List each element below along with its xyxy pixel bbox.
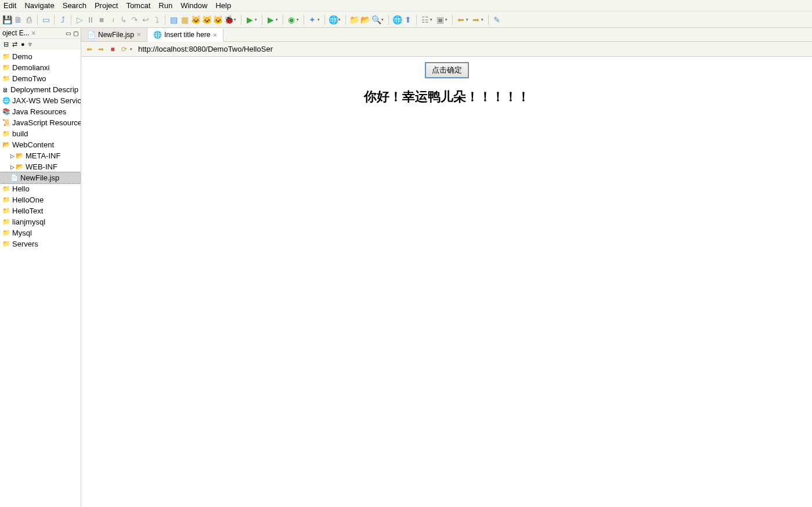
fwd-icon[interactable]: ➡ [471,15,481,24]
tree-item-demo[interactable]: 📁Demo [0,51,81,62]
search-icon[interactable]: 🔍 [371,15,381,24]
tree-item-helloone[interactable]: 📁HelloOne [0,194,81,205]
tree-item-build[interactable]: 📁build [0,128,81,139]
link-icon[interactable]: ⇄ [12,41,17,48]
menu-navigate[interactable]: Navigate [24,1,54,10]
collapse-all-icon[interactable]: ⊟ [3,41,9,48]
back-icon[interactable]: ⬅ [456,15,465,24]
run-icon[interactable]: ▶ [245,15,254,24]
deploy-icon[interactable]: ⬆ [403,15,413,24]
server-icon[interactable]: ◉ [287,15,296,24]
tree-item-hellotext[interactable]: 📁HelloText [0,205,81,216]
proj-icon: 📁 [2,53,10,61]
cat3-icon[interactable]: 🐱 [213,15,222,24]
browser-refresh-icon[interactable]: ⟳ [120,45,129,54]
tree-item-mysql[interactable]: 📁Mysql [0,227,81,238]
tree-item-javascript-resource[interactable]: 📜JavaScript Resource [0,117,81,128]
tree-item-webcontent[interactable]: 📂WebContent [0,139,81,150]
tree-item-label: lianjmysql [12,218,45,226]
tree-item-java-resources[interactable]: 📚Java Resources [0,106,81,117]
folder-open-icon: 📂 [2,141,10,149]
tree-item-label: Demo [12,52,33,61]
close-tab-icon[interactable]: ✕ [212,32,217,38]
browser-stop-icon[interactable]: ■ [108,45,117,54]
task-icon[interactable]: ☷ [420,15,430,24]
menu-edit[interactable]: Edit [3,1,16,10]
save-all-icon[interactable]: 🗎 [13,15,23,24]
file-icon: 📄 [10,174,19,182]
proj-icon: 📁 [2,240,10,248]
expand-icon[interactable]: ▷ [10,164,15,170]
cat2-icon[interactable]: 🐱 [202,15,211,24]
url-input[interactable] [136,44,809,55]
print-icon[interactable]: ⎙ [24,15,34,24]
menu-window[interactable]: Window [181,1,207,10]
terminal-icon[interactable]: ▤ [169,15,178,24]
proj-icon: 📁 [2,75,10,83]
folder2-icon[interactable]: 📂 [360,15,370,24]
menu-caret-icon[interactable]: ▿ [28,41,32,48]
close-tab-icon[interactable]: ✕ [136,31,141,38]
resume-icon[interactable]: ▷ [75,15,84,24]
stepover-icon[interactable]: ↷ [130,15,139,24]
confirm-button[interactable]: 点击确定 [425,63,468,78]
new-icon[interactable]: ✦ [308,15,317,24]
folder1-icon[interactable]: 📁 [349,15,359,24]
disconnect-icon[interactable]: ⫞ [108,15,117,24]
globe2-icon[interactable]: 🌐 [329,15,338,24]
cat1-icon[interactable]: 🐱 [191,15,200,24]
tree-item-label: HelloText [12,207,43,215]
tree-item-deployment-descrip[interactable]: 🗎Deployment Descrip [0,84,81,95]
run-ext-icon[interactable]: ▶ [266,15,275,24]
tree-item-demolianxi[interactable]: 📁Demolianxi [0,62,81,73]
stepreturn-icon[interactable]: ↩ [141,15,150,24]
minimize-icon[interactable]: ▭ [66,30,71,37]
close-view-icon[interactable]: ✕ [31,30,36,37]
menu-project[interactable]: Project [95,1,118,10]
ctx-icon[interactable]: ▣ [435,15,445,24]
menu-help[interactable]: Help [215,1,231,10]
pause-icon[interactable]: ⏸ [86,15,95,24]
tree-item-meta-inf[interactable]: ▷📂META-INF [0,150,81,161]
tree-item-web-inf[interactable]: ▷📂WEB-INF [0,161,81,172]
proj-icon: 📁 [2,196,10,204]
expand-icon[interactable]: ▷ [10,153,15,159]
menu-bar: Edit Navigate Search Project Tomcat Run … [0,0,812,12]
drop-icon[interactable]: ⤵ [152,15,161,24]
tab-label: NewFile.jsp [98,31,134,39]
db-icon[interactable]: ▦ [180,15,189,24]
tree-item-demotwo[interactable]: 📁DemoTwo [0,73,81,84]
tree-item-lianjmysql[interactable]: 📁lianjmysql [0,216,81,227]
stop-icon[interactable]: ■ [97,15,106,24]
tree-item-hello[interactable]: 📁Hello [0,183,81,194]
tree-item-newfile.jsp[interactable]: 📄NewFile.jsp [0,172,81,183]
browser-back-icon[interactable]: ⬅ [85,45,94,54]
browser-fwd-icon[interactable]: ➡ [96,45,106,54]
skip-icon[interactable]: ⤴ [58,15,67,24]
globe3-icon[interactable]: 🌐 [392,15,402,24]
save-icon[interactable]: 💾 [2,15,12,24]
toggle-icon[interactable]: ▭ [41,15,50,24]
folder-icon: 📁 [2,130,10,138]
sidebar-toolbar: ⊟ ⇄ ● ▿ [0,39,81,50]
menu-search[interactable]: Search [63,1,86,10]
persp-icon[interactable]: ✎ [492,15,501,24]
page-content: 点击确定 你好！幸运鸭儿朵！！！！！ [81,57,812,507]
folder-e-icon: 📂 [16,163,24,171]
maximize-icon[interactable]: ▢ [73,30,78,37]
tab-newfile.jsp[interactable]: 📄NewFile.jsp✕ [81,28,147,41]
menu-run[interactable]: Run [158,1,172,10]
tree-item-label: META-INF [26,151,60,160]
focus-icon[interactable]: ● [21,41,25,48]
tree-item-label: WEB-INF [26,162,57,171]
tree-item-jax-ws-web-servic[interactable]: 🌐JAX-WS Web Servic [0,95,81,106]
tab-insert-title-here[interactable]: 🌐Insert title here✕ [147,28,223,42]
proj-icon: 📁 [2,185,10,193]
tree-item-servers[interactable]: 📁Servers [0,238,81,249]
tree-item-label: DemoTwo [12,74,46,83]
menu-tomcat[interactable]: Tomcat [126,1,150,10]
editor-area: 📄NewFile.jsp✕🌐Insert title here✕ ⬅ ➡ ■ ⟳… [81,28,812,507]
stepinto-icon[interactable]: ↳ [119,15,128,24]
bug-icon[interactable]: 🐞 [224,15,233,24]
java-icon: 📚 [2,108,10,116]
